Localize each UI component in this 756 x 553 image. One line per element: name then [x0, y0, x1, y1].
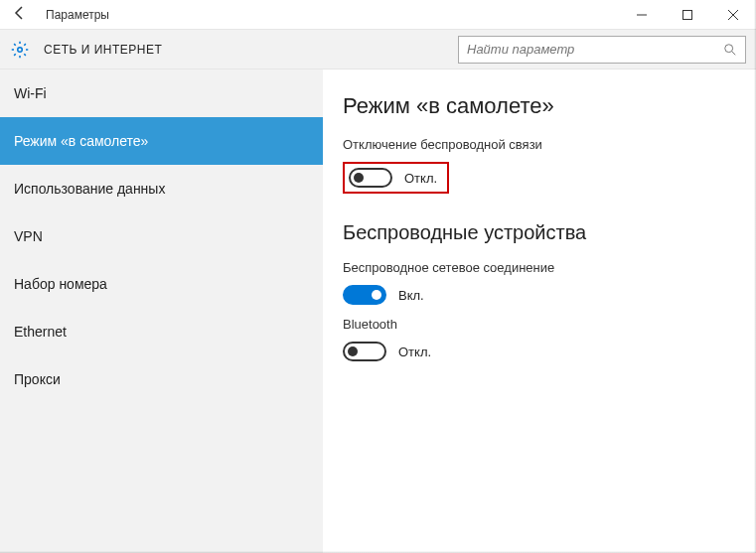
sidebar-item-label: VPN [14, 228, 43, 244]
svg-rect-1 [683, 10, 692, 19]
header-title: СЕТЬ И ИНТЕРНЕТ [44, 43, 162, 57]
main-content: Режим «в самолете» Отключение беспроводн… [323, 69, 756, 553]
sidebar-item-airplane-mode[interactable]: Режим «в самолете» [0, 117, 323, 165]
gear-icon [10, 40, 30, 60]
wireless-toggle-label: Вкл. [398, 288, 424, 303]
airplane-mode-toggle[interactable] [349, 168, 392, 188]
sidebar-item-label: Использование данных [14, 181, 165, 197]
svg-line-6 [732, 51, 736, 55]
maximize-button[interactable] [665, 0, 710, 30]
page-title: Режим «в самолете» [343, 93, 736, 119]
sidebar-item-label: Режим «в самолете» [14, 133, 148, 149]
bluetooth-toggle[interactable] [343, 342, 386, 361]
highlight-box: Откл. [343, 162, 449, 194]
sidebar-item-label: Wi-Fi [14, 85, 47, 101]
wireless-toggle[interactable] [343, 285, 386, 305]
sidebar-item-wifi[interactable]: Wi-Fi [0, 69, 323, 117]
search-box[interactable] [458, 36, 746, 64]
minimize-button[interactable] [619, 0, 665, 30]
window-title: Параметры [40, 8, 109, 22]
body: Wi-Fi Режим «в самолете» Использование д… [0, 69, 756, 553]
sidebar-item-data-usage[interactable]: Использование данных [0, 165, 323, 212]
svg-point-5 [725, 44, 733, 52]
airplane-description: Отключение беспроводной связи [343, 137, 736, 152]
sidebar-item-proxy[interactable]: Прокси [0, 355, 323, 403]
header: СЕТЬ И ИНТЕРНЕТ [0, 30, 756, 69]
titlebar: Параметры [0, 0, 756, 30]
sidebar-item-label: Набор номера [14, 276, 107, 292]
search-input[interactable] [467, 42, 723, 57]
search-icon [723, 43, 737, 57]
wireless-devices-heading: Беспроводные устройства [343, 221, 736, 244]
sidebar-item-vpn[interactable]: VPN [0, 212, 323, 260]
sidebar-item-label: Ethernet [14, 324, 67, 340]
sidebar-item-label: Прокси [14, 371, 61, 387]
sidebar-item-dialup[interactable]: Набор номера [0, 260, 323, 308]
wireless-connection-label: Беспроводное сетевое соединение [343, 260, 736, 275]
svg-point-4 [18, 47, 23, 52]
sidebar-item-ethernet[interactable]: Ethernet [0, 308, 323, 355]
close-button[interactable] [710, 0, 756, 30]
bluetooth-toggle-label: Откл. [398, 345, 431, 359]
bluetooth-label: Bluetooth [343, 317, 736, 332]
sidebar: Wi-Fi Режим «в самолете» Использование д… [0, 69, 323, 553]
back-button[interactable] [0, 5, 40, 25]
airplane-mode-toggle-label: Откл. [404, 171, 437, 186]
